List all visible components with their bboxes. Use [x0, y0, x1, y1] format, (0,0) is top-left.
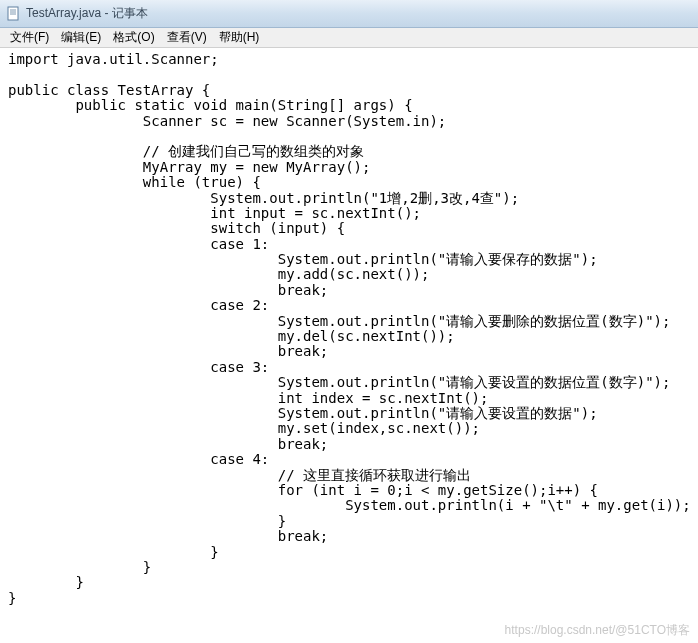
watermark: https://blog.csdn.net/@51CTO博客 — [505, 622, 690, 639]
menubar: 文件(F) 编辑(E) 格式(O) 查看(V) 帮助(H) — [0, 28, 698, 48]
svg-rect-0 — [8, 7, 18, 20]
menu-help[interactable]: 帮助(H) — [213, 27, 266, 48]
menu-view[interactable]: 查看(V) — [161, 27, 213, 48]
titlebar: TestArray.java - 记事本 — [0, 0, 698, 28]
menu-format[interactable]: 格式(O) — [107, 27, 160, 48]
menu-edit[interactable]: 编辑(E) — [55, 27, 107, 48]
notepad-icon — [6, 6, 22, 22]
menu-file[interactable]: 文件(F) — [4, 27, 55, 48]
window-title: TestArray.java - 记事本 — [26, 5, 148, 22]
editor-content[interactable]: import java.util.Scanner; public class T… — [0, 48, 698, 643]
